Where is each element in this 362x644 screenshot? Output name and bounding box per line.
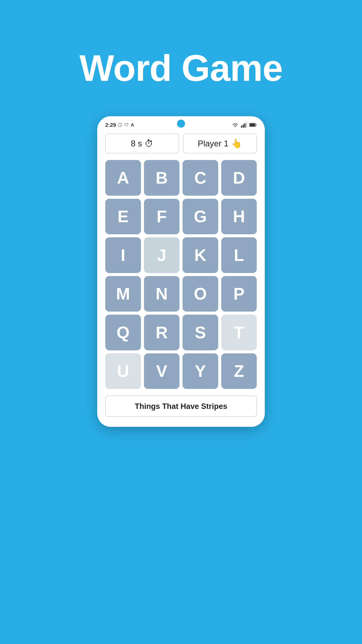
svg-rect-6 bbox=[256, 124, 256, 126]
letter-btn-I[interactable]: I bbox=[105, 237, 141, 273]
letter-btn-Q[interactable]: Q bbox=[105, 314, 141, 350]
letter-char-G: G bbox=[194, 207, 207, 226]
status-bar: 2:29 ⓘ 🛡 A bbox=[97, 116, 265, 130]
letter-char-K: K bbox=[194, 246, 206, 265]
status-left: 2:29 ⓘ 🛡 A bbox=[105, 122, 134, 128]
letter-btn-V[interactable]: V bbox=[144, 353, 180, 389]
letter-btn-F[interactable]: F bbox=[144, 199, 180, 234]
phone-mockup: 2:29 ⓘ 🛡 A bbox=[97, 116, 265, 427]
a-icon: A bbox=[131, 122, 134, 128]
svg-rect-3 bbox=[244, 123, 246, 128]
letter-char-N: N bbox=[156, 284, 168, 304]
letter-char-S: S bbox=[195, 323, 206, 342]
letter-btn-M[interactable]: M bbox=[105, 276, 141, 312]
letter-char-J: J bbox=[157, 246, 166, 265]
letter-btn-B[interactable]: B bbox=[144, 160, 180, 196]
timer-icon: ⏱ bbox=[145, 138, 153, 148]
letter-char-R: R bbox=[156, 323, 168, 342]
letter-btn-P[interactable]: P bbox=[221, 276, 257, 312]
letter-char-V: V bbox=[156, 362, 167, 381]
letter-btn-H[interactable]: H bbox=[221, 199, 257, 234]
player-control[interactable]: Player 1 👆 bbox=[183, 134, 257, 153]
letter-char-M: M bbox=[116, 284, 130, 304]
letter-char-A: A bbox=[117, 168, 129, 188]
status-right bbox=[232, 122, 257, 128]
player-label: Player 1 bbox=[198, 139, 228, 148]
letter-char-Y: Y bbox=[195, 362, 206, 381]
app-title: Word Game bbox=[79, 47, 283, 90]
letter-btn-G[interactable]: G bbox=[183, 199, 218, 234]
info-icon: ⓘ bbox=[118, 122, 122, 128]
letter-char-C: C bbox=[194, 168, 206, 188]
letter-btn-O[interactable]: O bbox=[183, 276, 218, 312]
letter-char-U: U bbox=[117, 362, 129, 381]
letter-char-I: I bbox=[121, 246, 125, 265]
svg-point-0 bbox=[235, 126, 236, 127]
letter-btn-D[interactable]: D bbox=[221, 160, 257, 196]
timer-label: 8 s bbox=[131, 139, 142, 148]
letter-btn-C[interactable]: C bbox=[183, 160, 218, 196]
letter-char-O: O bbox=[194, 284, 207, 304]
letter-char-L: L bbox=[234, 246, 244, 265]
letter-grid: ABCDEFGHIJKLMNOPQRSTUVYZ bbox=[97, 157, 265, 392]
status-time: 2:29 bbox=[105, 122, 116, 128]
signal-icon bbox=[241, 122, 247, 128]
letter-char-B: B bbox=[156, 168, 168, 188]
letter-char-Z: Z bbox=[234, 362, 244, 381]
svg-rect-7 bbox=[250, 124, 255, 126]
letter-btn-U[interactable]: U bbox=[105, 353, 141, 389]
letter-btn-T[interactable]: T bbox=[221, 314, 257, 350]
letter-char-Q: Q bbox=[116, 323, 130, 342]
svg-rect-1 bbox=[241, 126, 242, 128]
top-controls: 8 s ⏱ Player 1 👆 bbox=[97, 130, 265, 157]
letter-btn-L[interactable]: L bbox=[221, 237, 257, 273]
letter-btn-Y[interactable]: Y bbox=[183, 353, 218, 389]
letter-btn-K[interactable]: K bbox=[183, 237, 218, 273]
svg-rect-2 bbox=[243, 124, 244, 128]
letter-char-T: T bbox=[234, 323, 244, 342]
category-text: Things That Have Stripes bbox=[135, 402, 227, 410]
svg-rect-4 bbox=[246, 122, 247, 128]
wifi-icon bbox=[232, 122, 239, 128]
letter-char-D: D bbox=[233, 168, 245, 188]
letter-btn-J[interactable]: J bbox=[144, 237, 180, 273]
shield-icon: 🛡 bbox=[124, 122, 129, 128]
player-icon: 👆 bbox=[231, 138, 242, 148]
letter-btn-A[interactable]: A bbox=[105, 160, 141, 196]
letter-btn-E[interactable]: E bbox=[105, 199, 141, 234]
letter-btn-S[interactable]: S bbox=[183, 314, 218, 350]
battery-icon bbox=[249, 122, 257, 127]
letter-btn-Z[interactable]: Z bbox=[221, 353, 257, 389]
letter-char-H: H bbox=[233, 207, 245, 226]
letter-btn-R[interactable]: R bbox=[144, 314, 180, 350]
timer-control[interactable]: 8 s ⏱ bbox=[105, 134, 179, 153]
category-bar: Things That Have Stripes bbox=[105, 396, 257, 417]
notch bbox=[177, 120, 185, 128]
letter-char-E: E bbox=[117, 207, 129, 226]
letter-char-F: F bbox=[157, 207, 167, 226]
letter-char-P: P bbox=[233, 284, 245, 304]
letter-btn-N[interactable]: N bbox=[144, 276, 180, 312]
